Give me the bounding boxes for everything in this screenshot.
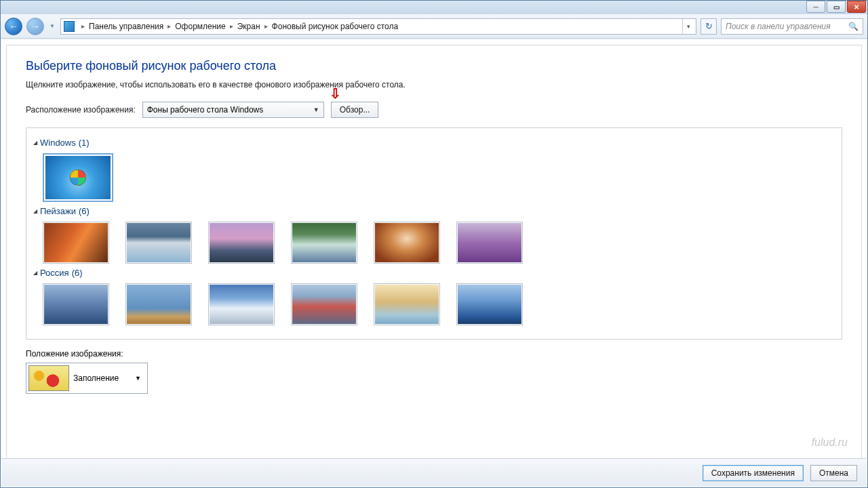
arrow-right-icon: → [31, 21, 40, 32]
content-panel: Выберите фоновый рисунок рабочего стола … [6, 45, 862, 482]
group-header-russia[interactable]: ◢ Россия (6) [33, 268, 835, 278]
forward-button[interactable]: → [26, 18, 44, 35]
refresh-button[interactable]: ↻ [701, 18, 717, 35]
breadcrumb[interactable]: ▸ Панель управления ▸ Оформление ▸ Экран… [60, 18, 696, 35]
wallpaper-thumb[interactable] [456, 222, 523, 264]
minimize-button[interactable]: ─ [806, 1, 825, 13]
location-dropdown[interactable]: Фоны рабочего стола Windows ▼ [142, 102, 324, 118]
position-label: Положение изображения: [26, 349, 842, 359]
window-controls: ─ ▭ ✕ [806, 1, 867, 14]
breadcrumb-item[interactable]: Оформление [175, 22, 225, 31]
wallpaper-thumb[interactable] [456, 283, 523, 325]
page-title: Выберите фоновый рисунок рабочего стола [26, 59, 842, 73]
breadcrumb-dropdown[interactable]: ▾ [682, 19, 694, 34]
nav-history-dropdown[interactable]: ▼ [48, 18, 56, 35]
arrow-left-icon: ← [9, 21, 18, 32]
chevron-right-icon: ▸ [230, 22, 233, 30]
wallpaper-thumb[interactable] [125, 222, 192, 264]
chevron-down-icon: ▼ [135, 375, 145, 382]
annotation-arrow-icon: ⇩ [330, 85, 341, 102]
back-button[interactable]: ← [5, 18, 22, 35]
group-count: (6) [79, 206, 90, 216]
collapse-icon: ◢ [33, 270, 37, 276]
search-input[interactable]: Поиск в панели управления 🔍 [721, 18, 863, 35]
position-selected: Заполнение [73, 373, 119, 383]
collapse-icon: ◢ [33, 208, 37, 214]
chevron-right-icon: ▸ [81, 22, 85, 30]
close-button[interactable]: ✕ [847, 1, 866, 13]
location-row: ⇩ Расположение изображения: Фоны рабочег… [26, 102, 842, 118]
search-icon: 🔍 [848, 22, 859, 31]
breadcrumb-item[interactable]: Экран [237, 22, 260, 31]
wallpaper-thumb[interactable] [43, 283, 109, 325]
footer-bar: Сохранить изменения Отмена [1, 458, 867, 487]
group-header-windows[interactable]: ◢ Windows (1) [33, 138, 835, 148]
content-area: Выберите фоновый рисунок рабочего стола … [1, 39, 867, 487]
wallpaper-thumb[interactable] [208, 222, 275, 264]
maximize-button[interactable]: ▭ [827, 1, 846, 13]
wallpaper-thumb[interactable] [43, 222, 109, 264]
window: ─ ▭ ✕ ← → ▼ ▸ Панель управления ▸ Оформл… [0, 0, 868, 488]
wallpaper-thumb[interactable] [291, 283, 357, 325]
breadcrumb-item[interactable]: Фоновый рисунок рабочего стола [272, 22, 399, 31]
position-preview-icon [28, 365, 69, 391]
chevron-right-icon: ▸ [167, 22, 171, 30]
position-section: Положение изображения: Заполнение ▼ [26, 349, 842, 394]
wallpaper-thumb[interactable] [208, 283, 275, 325]
group-header-landscapes[interactable]: ◢ Пейзажи (6) [33, 206, 835, 216]
collapse-icon: ◢ [33, 140, 37, 146]
browse-button[interactable]: Обзор... [331, 102, 379, 118]
save-button[interactable]: Сохранить изменения [703, 465, 804, 481]
group-name: Windows [40, 138, 76, 148]
nav-bar: ← → ▼ ▸ Панель управления ▸ Оформление ▸… [1, 14, 867, 39]
position-dropdown[interactable]: Заполнение ▼ [26, 363, 148, 394]
refresh-icon: ↻ [705, 21, 713, 31]
location-label: Расположение изображения: [26, 105, 136, 115]
wallpaper-gallery: ◢ Windows (1) ◢ Пейзажи (6) [26, 127, 842, 340]
search-placeholder: Поиск в панели управления [726, 22, 831, 31]
wallpaper-thumb[interactable] [125, 283, 192, 325]
page-subtitle: Щелкните изображение, чтобы использовать… [26, 80, 842, 89]
group-name: Пейзажи [40, 206, 76, 216]
wallpaper-thumb[interactable] [43, 153, 113, 202]
control-panel-icon [64, 21, 75, 32]
titlebar: ─ ▭ ✕ [1, 1, 867, 14]
wallpaper-thumb[interactable] [374, 283, 440, 325]
group-count: (6) [72, 268, 83, 278]
chevron-down-icon: ▼ [313, 106, 319, 113]
wallpaper-thumb[interactable] [291, 222, 357, 264]
watermark: fulud.ru [812, 436, 848, 449]
chevron-right-icon: ▸ [264, 22, 268, 30]
cancel-button[interactable]: Отмена [810, 465, 857, 481]
location-selected: Фоны рабочего стола Windows [147, 105, 264, 115]
wallpaper-thumb[interactable] [374, 222, 440, 264]
breadcrumb-item[interactable]: Панель управления [89, 22, 163, 31]
group-name: Россия [40, 268, 69, 278]
group-count: (1) [79, 138, 90, 148]
